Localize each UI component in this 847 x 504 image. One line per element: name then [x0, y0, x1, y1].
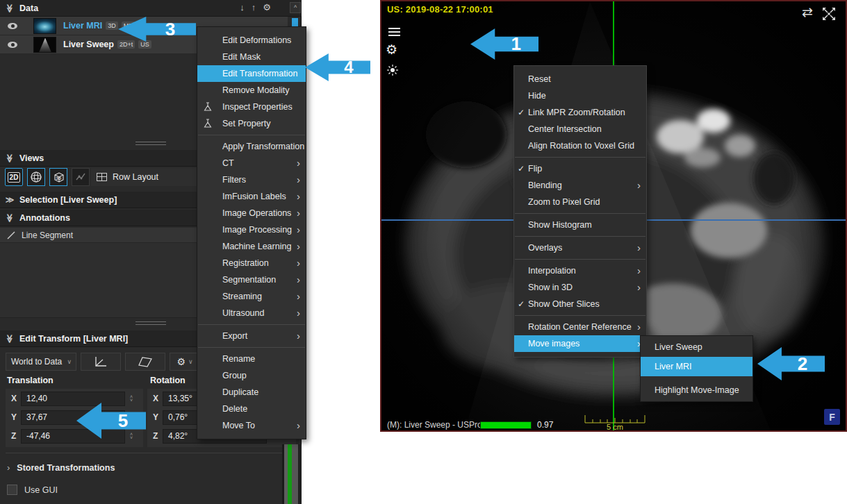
- menu-item-inspect-properties[interactable]: Inspect Properties: [197, 99, 306, 115]
- views-section-title: Views: [19, 153, 44, 163]
- menu-separator: [515, 157, 645, 158]
- translation-z-field[interactable]: -47,46: [21, 429, 125, 444]
- view-mpr-button[interactable]: [27, 168, 45, 186]
- submenu-item-liver-mri[interactable]: Liver MRI: [641, 357, 753, 376]
- menu-item-zoom-pixel-grid[interactable]: Zoom to Pixel Grid: [514, 194, 646, 210]
- data-settings-gear-icon[interactable]: ⚙: [263, 2, 271, 12]
- dimension-badge: 3D: [106, 22, 118, 30]
- edit-axes-button[interactable]: [81, 353, 121, 371]
- stored-transformations-header[interactable]: › Stored Transformations: [7, 462, 115, 473]
- menu-item-edit-transformation[interactable]: Edit Transformation: [197, 65, 306, 82]
- brightness-icon[interactable]: [386, 64, 399, 79]
- menu-item-export[interactable]: Export›: [197, 328, 306, 344]
- fullscreen-expand-icon[interactable]: [822, 7, 836, 24]
- viewport-sliver: [282, 444, 302, 504]
- menu-item-rotation-center-reference[interactable]: Rotation Center Reference›: [514, 319, 646, 335]
- menu-item-imfusion-labels[interactable]: ImFusion Labels›: [197, 188, 306, 205]
- menu-item-reset[interactable]: Reset: [514, 71, 646, 87]
- edit-plane-button[interactable]: [125, 353, 165, 371]
- submenu-arrow-icon: ›: [637, 177, 641, 194]
- submenu-arrow-icon: ›: [297, 417, 300, 434]
- view-3d-button[interactable]: 3D: [49, 168, 67, 186]
- menu-item-overlays[interactable]: Overlays›: [514, 240, 646, 256]
- menu-item-set-property[interactable]: Set Property: [197, 115, 306, 132]
- view-2d-button[interactable]: 2D: [5, 168, 23, 186]
- liver-sweep-thumbnail: [33, 37, 56, 53]
- expand-chevron-icon[interactable]: ≫: [4, 195, 15, 205]
- menu-item-link-mpr[interactable]: ✓Link MPR Zoom/Rotation: [514, 104, 646, 121]
- annotation-label: Line Segment: [22, 230, 73, 240]
- move-images-submenu: Liver Sweep Liver MRI Highlight Move-Ima…: [640, 335, 753, 402]
- menu-item-align-rotation[interactable]: Align Rotation to Voxel Grid: [514, 137, 646, 154]
- menu-item-center-intersection[interactable]: Center Intersection: [514, 121, 646, 137]
- menu-item-flip[interactable]: ✓Flip: [514, 160, 646, 177]
- collapse-chevron-icon[interactable]: ≫: [5, 153, 15, 164]
- menu-item-streaming[interactable]: Streaming›: [197, 288, 306, 305]
- menu-item-move-images[interactable]: Move images›: [514, 335, 646, 352]
- menu-item-delete[interactable]: Delete: [197, 401, 306, 417]
- menu-item-edit-mask[interactable]: Edit Mask: [197, 49, 306, 65]
- menu-item-edit-deformations[interactable]: Edit Deformations: [197, 32, 306, 49]
- submenu-item-highlight-move-image[interactable]: Highlight Move-Image: [641, 380, 753, 400]
- submenu-arrow-icon: ›: [297, 271, 300, 288]
- view-plot-button[interactable]: [72, 168, 90, 186]
- data-section-header[interactable]: ≫ Data ↓ ↑ ⚙: [0, 0, 302, 17]
- use-gui-checkbox[interactable]: [7, 485, 17, 495]
- similarity-progress-bar: [480, 421, 532, 429]
- spinner-arrows[interactable]: ˄˅: [127, 432, 135, 439]
- collapse-chevron-icon[interactable]: ≫: [5, 212, 15, 224]
- menu-item-image-operations[interactable]: Image Operations›: [197, 205, 306, 221]
- menu-item-segmentation[interactable]: Segmentation›: [197, 271, 306, 288]
- visibility-eye-icon[interactable]: [8, 23, 17, 29]
- transform-settings-button[interactable]: ⚙ ∨: [170, 353, 200, 371]
- callout-arrow-4: 4: [305, 53, 370, 81]
- menu-item-duplicate[interactable]: Duplicate: [197, 384, 306, 401]
- menu-item-blending[interactable]: Blending›: [514, 177, 646, 194]
- submenu-arrow-icon: ›: [637, 319, 641, 335]
- splitter-handle[interactable]: [135, 321, 166, 325]
- menu-item-rename[interactable]: Rename: [197, 351, 306, 367]
- 3d-cube-icon: 3D: [52, 171, 65, 184]
- menu-separator: [515, 213, 645, 214]
- transform-mode-dropdown[interactable]: World to Data ∨: [6, 353, 76, 371]
- check-icon: ✓: [518, 296, 525, 312]
- splitter-handle[interactable]: [135, 142, 166, 145]
- data-item-label[interactable]: Liver MRI: [63, 21, 102, 31]
- submenu-item-liver-sweep[interactable]: Liver Sweep: [641, 337, 753, 357]
- sort-up-icon[interactable]: ↑: [252, 2, 256, 12]
- viewer-menu-icon[interactable]: [388, 28, 400, 38]
- dimension-badge: 2D+t: [117, 40, 135, 49]
- menu-item-remove-modality[interactable]: Remove Modality: [197, 82, 306, 99]
- menu-item-show-in-3d[interactable]: Show in 3D›: [514, 279, 646, 296]
- data-context-menu: Edit Deformations Edit Mask Edit Transfo…: [197, 26, 306, 439]
- menu-item-show-other-slices[interactable]: ✓Show Other Slices: [514, 296, 646, 312]
- plot-icon: [74, 171, 87, 183]
- chevron-down-icon: ∨: [188, 358, 193, 365]
- sort-down-icon[interactable]: ↓: [240, 2, 245, 12]
- menu-item-hide[interactable]: Hide: [514, 87, 646, 104]
- menu-item-registration[interactable]: Registration›: [197, 255, 306, 271]
- scrollbar-up-button[interactable]: ^: [290, 2, 301, 13]
- menu-item-ultrasound[interactable]: Ultrasound›: [197, 305, 306, 321]
- menu-item-apply-transformation[interactable]: Apply Transformation: [197, 138, 306, 155]
- data-item-label[interactable]: Liver Sweep: [63, 40, 114, 49]
- menu-item-show-histogram[interactable]: Show Histogram: [514, 217, 646, 233]
- spinner-arrows[interactable]: ˄˅: [127, 395, 135, 402]
- menu-item-filters[interactable]: Filters›: [197, 171, 306, 188]
- svg-text:3D: 3D: [56, 176, 61, 180]
- menu-item-ct[interactable]: CT›: [197, 155, 306, 171]
- collapse-chevron-icon[interactable]: ≫: [5, 3, 15, 14]
- menu-separator: [515, 259, 645, 260]
- translation-x-field[interactable]: 12,40: [21, 392, 125, 406]
- menu-item-machine-learning[interactable]: Machine Learning›: [197, 238, 306, 255]
- swap-views-icon[interactable]: ⇄: [802, 4, 813, 20]
- menu-item-image-processing[interactable]: Image Processing›: [197, 221, 306, 238]
- visibility-eye-icon[interactable]: [8, 42, 17, 48]
- menu-item-interpolation[interactable]: Interpolation›: [514, 262, 646, 279]
- use-gui-row: Use GUI: [7, 485, 58, 495]
- menu-item-group[interactable]: Group: [197, 367, 306, 384]
- collapse-chevron-icon[interactable]: ≫: [5, 333, 15, 344]
- viewer-settings-gear-icon[interactable]: ⚙: [386, 42, 397, 58]
- app-window: ≫ Data ↓ ↑ ⚙ ^ Liver MRI 3D MR Liver Swe…: [0, 0, 847, 504]
- menu-item-move-to[interactable]: Move To›: [197, 417, 306, 434]
